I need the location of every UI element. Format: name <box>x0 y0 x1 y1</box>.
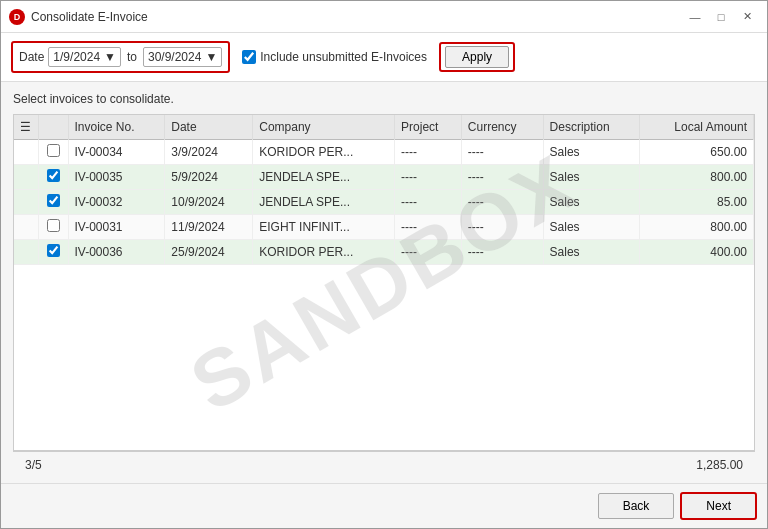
invoice-table: ☰ Invoice No. Date Company Project Curre… <box>14 115 754 265</box>
apply-section: Apply <box>439 42 515 72</box>
row-local_amount: 400.00 <box>640 240 754 265</box>
table-row: IV-0003625/9/2024KORIDOR PER...--------S… <box>14 240 754 265</box>
row-date: 25/9/2024 <box>165 240 253 265</box>
include-unsubmitted-label: Include unsubmitted E-Invoices <box>260 50 427 64</box>
row-company: JENDELA SPE... <box>253 190 395 215</box>
row-project: ---- <box>395 190 462 215</box>
row-project: ---- <box>395 240 462 265</box>
row-check-cell <box>38 140 68 165</box>
title-bar-left: D Consolidate E-Invoice <box>9 9 148 25</box>
date-range-section: Date 1/9/2024 ▼ to 30/9/2024 ▼ <box>11 41 230 73</box>
date-to-picker[interactable]: 30/9/2024 ▼ <box>143 47 222 67</box>
row-project: ---- <box>395 140 462 165</box>
row-check-cell <box>38 165 68 190</box>
content-area: Select invoices to consolidate. SANDBOX … <box>1 82 767 483</box>
row-invoice_no: IV-00032 <box>68 190 165 215</box>
row-checkbox-3[interactable] <box>47 219 60 232</box>
row-company: KORIDOR PER... <box>253 240 395 265</box>
row-description: Sales <box>543 240 640 265</box>
table-body: IV-000343/9/2024KORIDOR PER...--------Sa… <box>14 140 754 265</box>
row-checkbox-4[interactable] <box>47 244 60 257</box>
table-header: ☰ Invoice No. Date Company Project Curre… <box>14 115 754 140</box>
row-currency: ---- <box>461 165 543 190</box>
select-all-icon: ☰ <box>20 120 32 134</box>
date-to-value: 30/9/2024 <box>148 50 201 64</box>
button-bar: Back Next <box>1 483 767 528</box>
row-icon-cell <box>14 240 38 265</box>
title-controls: — □ ✕ <box>683 7 759 27</box>
apply-button[interactable]: Apply <box>445 46 509 68</box>
header-check-col <box>38 115 68 140</box>
table-row: IV-0003210/9/2024JENDELA SPE...--------S… <box>14 190 754 215</box>
invoice-table-container: SANDBOX ☰ Invoice No. Date Company Proje… <box>13 114 755 451</box>
row-description: Sales <box>543 190 640 215</box>
row-currency: ---- <box>461 215 543 240</box>
row-date: 11/9/2024 <box>165 215 253 240</box>
header-company: Company <box>253 115 395 140</box>
row-description: Sales <box>543 215 640 240</box>
main-window: D Consolidate E-Invoice — □ ✕ Date 1/9/2… <box>0 0 768 529</box>
row-icon-cell <box>14 140 38 165</box>
window-title: Consolidate E-Invoice <box>31 10 148 24</box>
footer-total: 1,285.00 <box>696 458 743 472</box>
minimize-button[interactable]: — <box>683 7 707 27</box>
row-local_amount: 650.00 <box>640 140 754 165</box>
row-project: ---- <box>395 215 462 240</box>
row-currency: ---- <box>461 240 543 265</box>
row-check-cell <box>38 190 68 215</box>
table-row: IV-000355/9/2024JENDELA SPE...--------Sa… <box>14 165 754 190</box>
header-invoice-no: Invoice No. <box>68 115 165 140</box>
row-invoice_no: IV-00035 <box>68 165 165 190</box>
to-label: to <box>125 50 139 64</box>
footer-count: 3/5 <box>25 458 42 472</box>
footer-bar: 3/5 1,285.00 <box>13 451 755 477</box>
row-local_amount: 800.00 <box>640 165 754 190</box>
header-description: Description <box>543 115 640 140</box>
row-company: JENDELA SPE... <box>253 165 395 190</box>
row-invoice_no: IV-00031 <box>68 215 165 240</box>
row-check-cell <box>38 240 68 265</box>
row-date: 3/9/2024 <box>165 140 253 165</box>
row-project: ---- <box>395 165 462 190</box>
title-bar: D Consolidate E-Invoice — □ ✕ <box>1 1 767 33</box>
row-currency: ---- <box>461 190 543 215</box>
row-checkbox-0[interactable] <box>47 144 60 157</box>
row-date: 5/9/2024 <box>165 165 253 190</box>
row-description: Sales <box>543 140 640 165</box>
app-icon: D <box>9 9 25 25</box>
row-local_amount: 800.00 <box>640 215 754 240</box>
row-currency: ---- <box>461 140 543 165</box>
row-icon-cell <box>14 215 38 240</box>
instruction-text: Select invoices to consolidate. <box>13 92 755 106</box>
table-row: IV-0003111/9/2024EIGHT INFINIT...-------… <box>14 215 754 240</box>
next-button[interactable]: Next <box>680 492 757 520</box>
header-currency: Currency <box>461 115 543 140</box>
date-from-value: 1/9/2024 <box>53 50 100 64</box>
date-to-arrow: ▼ <box>205 50 217 64</box>
back-button[interactable]: Back <box>598 493 675 519</box>
close-button[interactable]: ✕ <box>735 7 759 27</box>
header-date: Date <box>165 115 253 140</box>
row-invoice_no: IV-00036 <box>68 240 165 265</box>
header-project: Project <box>395 115 462 140</box>
date-from-picker[interactable]: 1/9/2024 ▼ <box>48 47 121 67</box>
row-checkbox-2[interactable] <box>47 194 60 207</box>
include-unsubmitted-section: Include unsubmitted E-Invoices <box>242 50 427 64</box>
row-date: 10/9/2024 <box>165 190 253 215</box>
table-row: IV-000343/9/2024KORIDOR PER...--------Sa… <box>14 140 754 165</box>
include-unsubmitted-checkbox[interactable] <box>242 50 256 64</box>
header-select-col: ☰ <box>14 115 38 140</box>
toolbar: Date 1/9/2024 ▼ to 30/9/2024 ▼ Include u… <box>1 33 767 82</box>
header-local-amount: Local Amount <box>640 115 754 140</box>
row-company: EIGHT INFINIT... <box>253 215 395 240</box>
row-icon-cell <box>14 165 38 190</box>
date-from-arrow: ▼ <box>104 50 116 64</box>
row-local_amount: 85.00 <box>640 190 754 215</box>
row-check-cell <box>38 215 68 240</box>
row-description: Sales <box>543 165 640 190</box>
date-label: Date <box>19 50 44 64</box>
row-invoice_no: IV-00034 <box>68 140 165 165</box>
row-company: KORIDOR PER... <box>253 140 395 165</box>
row-checkbox-1[interactable] <box>47 169 60 182</box>
maximize-button[interactable]: □ <box>709 7 733 27</box>
